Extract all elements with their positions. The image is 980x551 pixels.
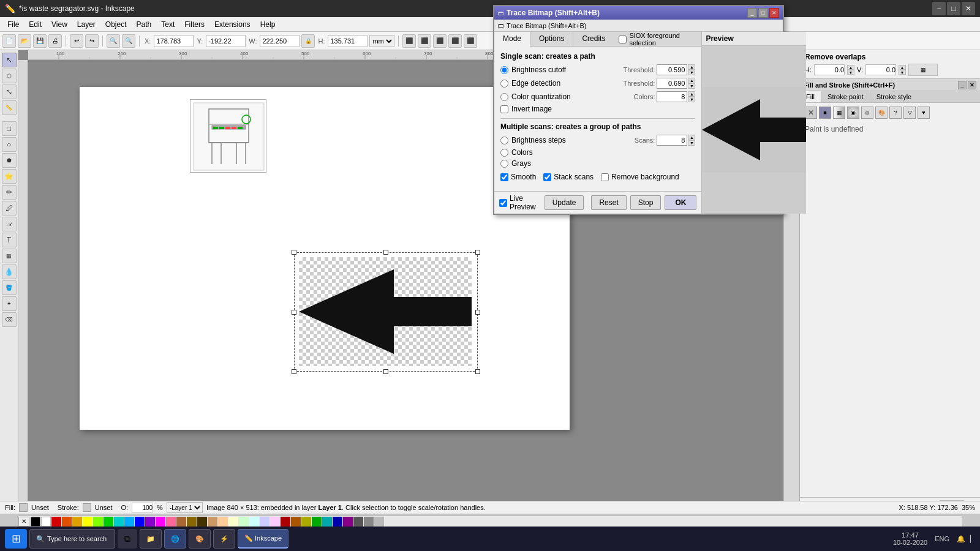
- palette-color-19[interactable]: [239, 517, 249, 527]
- palette-color-4[interactable]: [83, 517, 92, 527]
- v-down-btn[interactable]: ▼: [899, 70, 906, 75]
- colors-down-btn[interactable]: ▼: [688, 97, 695, 102]
- ellipse-tool[interactable]: ○: [2, 137, 17, 152]
- color-quant-input[interactable]: [657, 91, 687, 102]
- palette-color-23[interactable]: [281, 517, 290, 527]
- handle-mr[interactable]: [475, 310, 480, 315]
- update-button[interactable]: Update: [545, 195, 584, 210]
- palette-color-5[interactable]: [93, 517, 103, 527]
- invert-checkbox[interactable]: [500, 105, 508, 113]
- palette-color-16[interactable]: [208, 517, 217, 527]
- edge-up-btn[interactable]: ▲: [688, 78, 695, 83]
- opacity-input[interactable]: [132, 503, 153, 512]
- selected-object-container[interactable]: [294, 252, 478, 372]
- taskbar-inkscape[interactable]: ✏️ Inkscape: [238, 529, 288, 549]
- menu-edit[interactable]: Edit: [24, 19, 47, 30]
- taskbar-search[interactable]: 🔍 Type here to search: [29, 529, 115, 549]
- rectangle-tool[interactable]: □: [2, 121, 17, 136]
- handle-bl[interactable]: [292, 369, 296, 374]
- colors-radio[interactable]: [500, 149, 508, 157]
- palette-color-white[interactable]: [41, 517, 51, 527]
- h-down-btn[interactable]: ▼: [847, 70, 854, 75]
- tab-stroke-paint[interactable]: Stroke paint: [821, 91, 870, 102]
- new-button[interactable]: 📄: [2, 34, 16, 48]
- node-tool[interactable]: ⬡: [2, 69, 17, 83]
- remove-background-checkbox[interactable]: [601, 173, 609, 181]
- align-right-button[interactable]: ⬛: [433, 34, 447, 48]
- align-center-button[interactable]: ⬛: [418, 34, 431, 48]
- palette-color-18[interactable]: [228, 517, 238, 527]
- palette-color-24[interactable]: [291, 517, 301, 527]
- handle-tc[interactable]: [383, 250, 388, 255]
- reset-button[interactable]: Reset: [591, 195, 626, 210]
- zoom-out-button[interactable]: 🔍: [122, 34, 135, 48]
- radial-gradient-btn[interactable]: ◉: [847, 107, 859, 119]
- palette-color-20[interactable]: [249, 517, 259, 527]
- align-bottom-button[interactable]: ⬛: [464, 34, 477, 48]
- h-input[interactable]: [328, 35, 368, 47]
- ok-button[interactable]: OK: [665, 195, 696, 210]
- close-button[interactable]: ✕: [962, 2, 975, 15]
- edge-detection-radio[interactable]: [500, 80, 508, 88]
- select-tool[interactable]: ↖: [2, 53, 17, 67]
- palette-color-17[interactable]: [218, 517, 228, 527]
- palette-color-12[interactable]: [166, 517, 176, 527]
- pattern-btn[interactable]: ⧈: [861, 107, 873, 119]
- v-up-btn[interactable]: ▲: [899, 65, 906, 70]
- tab-stroke-style[interactable]: Stroke style: [870, 91, 918, 102]
- tab-credits[interactable]: Credits: [573, 32, 614, 47]
- gradient-tool[interactable]: ▦: [2, 249, 17, 263]
- open-button[interactable]: 📂: [18, 34, 31, 48]
- palette-color-30[interactable]: [353, 517, 363, 527]
- palette-color-29[interactable]: [343, 517, 353, 527]
- palette-color-8[interactable]: [124, 517, 134, 527]
- dropper-tool[interactable]: 💧: [2, 264, 17, 279]
- palette-color-15[interactable]: [197, 517, 207, 527]
- palette-color-25[interactable]: [301, 517, 311, 527]
- edge-threshold-input[interactable]: [657, 78, 687, 89]
- siox-checkbox[interactable]: [619, 36, 627, 43]
- panel-minimize-btn[interactable]: _: [958, 81, 967, 89]
- menu-layer[interactable]: Layer: [72, 19, 100, 30]
- taskbar-chrome[interactable]: 🌐: [164, 529, 186, 549]
- palette-color-7[interactable]: [114, 517, 124, 527]
- panel-close-btn[interactable]: ✕: [968, 81, 976, 89]
- brightness-steps-radio[interactable]: [500, 137, 508, 144]
- no-paint-btn[interactable]: ✕: [805, 107, 817, 119]
- print-button[interactable]: 🖨: [48, 34, 62, 48]
- menu-extensions[interactable]: Extensions: [209, 19, 255, 30]
- brightness-threshold-input[interactable]: [657, 64, 687, 75]
- palette-color-11[interactable]: [156, 517, 165, 527]
- lang-indicator[interactable]: ENG: [935, 535, 949, 542]
- star-tool[interactable]: ⭐: [2, 169, 17, 184]
- dialog-close-btn[interactable]: ✕: [769, 8, 779, 18]
- save-button[interactable]: 💾: [33, 34, 47, 48]
- grays-radio[interactable]: [500, 160, 508, 168]
- smooth-checkbox[interactable]: [500, 173, 508, 181]
- show-desktop-btn[interactable]: ▏: [970, 535, 975, 543]
- w-input[interactable]: [260, 35, 300, 47]
- swatch-btn[interactable]: 🎨: [875, 107, 888, 119]
- scans-up-btn[interactable]: ▲: [688, 135, 695, 140]
- palette-color-6[interactable]: [104, 517, 113, 527]
- handle-tr[interactable]: [475, 250, 480, 255]
- dialog-maximize-btn[interactable]: □: [758, 8, 768, 18]
- palette-color-21[interactable]: [260, 517, 270, 527]
- handle-tl[interactable]: [292, 250, 296, 255]
- palette-color-31[interactable]: [364, 517, 374, 527]
- undo-button[interactable]: ↩: [70, 34, 83, 48]
- menu-path[interactable]: Path: [132, 19, 157, 30]
- palette-color-14[interactable]: [187, 517, 197, 527]
- brightness-up-btn[interactable]: ▲: [688, 64, 695, 70]
- zoom-tool[interactable]: ⤡: [2, 84, 17, 99]
- tab-options[interactable]: Options: [530, 32, 573, 47]
- polygon-tool[interactable]: ⬟: [2, 153, 17, 168]
- menu-help[interactable]: Help: [255, 19, 281, 30]
- calligraphy-tool[interactable]: 𝒜: [2, 217, 17, 231]
- lock-proportion-button[interactable]: 🔒: [301, 34, 315, 48]
- stop-button[interactable]: Stop: [630, 195, 662, 210]
- menu-filters[interactable]: Filters: [179, 19, 209, 30]
- maximize-button[interactable]: □: [947, 2, 960, 15]
- menu-view[interactable]: View: [47, 19, 72, 30]
- y-input[interactable]: [206, 35, 246, 47]
